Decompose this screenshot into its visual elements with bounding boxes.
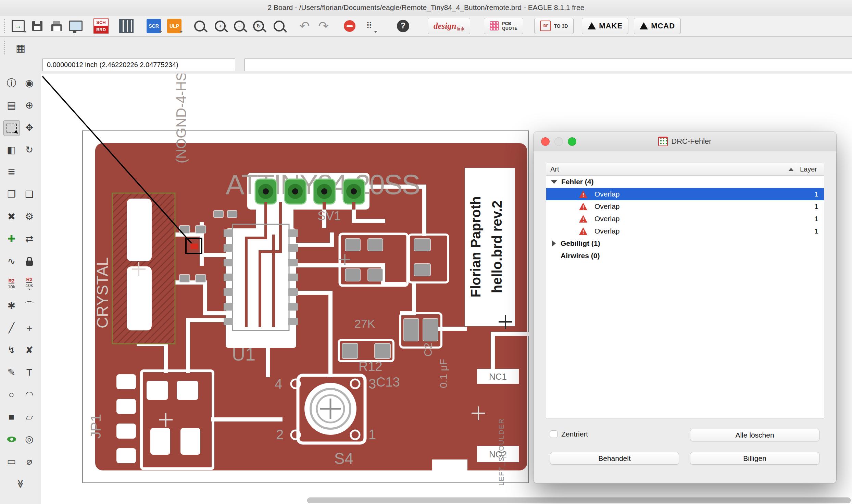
- change-tool[interactable]: ⚙: [22, 209, 37, 224]
- autodesk-logo-icon: [588, 22, 596, 29]
- approve-button[interactable]: Billigen: [690, 452, 819, 465]
- via-tool[interactable]: [4, 432, 20, 447]
- split-tool[interactable]: ╱: [4, 320, 20, 336]
- error-row-overlap-1[interactable]: Overlap 1: [546, 188, 824, 200]
- arc-tool[interactable]: ◠: [22, 387, 37, 402]
- svg-text:U1: U1: [232, 344, 255, 364]
- run-script-button[interactable]: SCR: [144, 17, 163, 35]
- zoom-in-button[interactable]: +: [211, 17, 230, 35]
- image-export-button[interactable]: [66, 17, 85, 35]
- rotate-tool[interactable]: ↻: [22, 142, 37, 158]
- resistor-value-tool[interactable]: R210k: [4, 276, 20, 291]
- parambar-drag-handle[interactable]: [4, 41, 5, 54]
- run-ulp-button[interactable]: ULP: [165, 17, 184, 35]
- resistor-value-dropdown-tool[interactable]: R210k: [22, 276, 37, 291]
- smash-tool[interactable]: ✱: [4, 298, 20, 313]
- drill-tool[interactable]: ⌀: [22, 454, 37, 469]
- ratsnest-tool[interactable]: ∿: [4, 254, 20, 269]
- zoom-fit-icon: [194, 21, 205, 32]
- grid-icon: ▦: [16, 42, 25, 54]
- ripup-tool[interactable]: ✘: [22, 343, 37, 358]
- circle-tool[interactable]: ○: [4, 387, 20, 402]
- zoom-select-button[interactable]: [270, 17, 289, 35]
- copy-tool[interactable]: ❐: [4, 187, 20, 202]
- mirror-tool[interactable]: ◧: [4, 142, 20, 158]
- replace-tool[interactable]: ⇄: [22, 231, 37, 247]
- more-options-button[interactable]: ⠿: [359, 17, 378, 35]
- drc-titlebar[interactable]: DRC-Fehler: [534, 131, 836, 151]
- zoom-window-button[interactable]: [568, 137, 576, 146]
- command-line-input[interactable]: [249, 59, 852, 71]
- align-tool[interactable]: ≣: [4, 165, 20, 180]
- collapse-tools-button[interactable]: ≫: [13, 476, 28, 491]
- chevron-down-icon: [28, 289, 31, 290]
- command-line[interactable]: [245, 59, 852, 71]
- error-row-overlap-4[interactable]: Overlap 1: [546, 225, 824, 237]
- wire-tool[interactable]: ✎: [4, 365, 20, 380]
- zentriert-checkbox[interactable]: Zentriert: [550, 430, 588, 438]
- error-row-overlap-3[interactable]: Overlap 1: [546, 213, 824, 225]
- save-button[interactable]: [28, 17, 47, 35]
- route-tool[interactable]: ↯: [4, 343, 20, 358]
- stop-button[interactable]: [340, 17, 359, 35]
- close-button[interactable]: [541, 137, 550, 146]
- error-group-airwires[interactable]: Airwires (0): [546, 250, 824, 262]
- sort-ascending-icon[interactable]: [789, 168, 793, 171]
- column-header-art[interactable]: Art: [546, 165, 789, 173]
- display-layers-tool[interactable]: ▤: [4, 98, 20, 113]
- zoom-out-button[interactable]: −: [230, 17, 249, 35]
- pad-corridor: [256, 207, 293, 231]
- error-row-overlap-2[interactable]: Overlap 1: [546, 200, 824, 213]
- chevron-down-icon: [23, 31, 27, 33]
- processed-button[interactable]: Behandelt: [550, 452, 679, 465]
- polygon-tool[interactable]: ▱: [22, 410, 37, 425]
- redo-button[interactable]: ↷: [314, 17, 333, 35]
- mcad-button[interactable]: MCAD: [634, 18, 681, 34]
- design-link-button[interactable]: design link: [428, 18, 470, 34]
- delete-tool[interactable]: ✖: [4, 209, 20, 224]
- help-button[interactable]: ?: [393, 17, 413, 35]
- delete-all-button[interactable]: Alle löschen: [690, 429, 819, 441]
- toolbar-drag-handle[interactable]: [4, 19, 5, 33]
- disclosure-closed-icon[interactable]: [552, 240, 556, 247]
- error-group-fehler[interactable]: Fehler (4): [546, 176, 824, 188]
- disclosure-open-icon[interactable]: [551, 180, 557, 184]
- group-select-tool[interactable]: [3, 120, 20, 136]
- warning-icon: [579, 190, 588, 198]
- help-icon: ?: [397, 20, 409, 32]
- canvas-horizontal-scrollbar[interactable]: [307, 497, 851, 503]
- pad-tool[interactable]: ▭: [4, 454, 20, 469]
- window-titlebar[interactable]: 2 Board - /Users/florian/Documents/eagle…: [0, 0, 852, 15]
- tool-spacer: [22, 165, 37, 180]
- svg-text:S4: S4: [334, 450, 353, 467]
- column-header-layer[interactable]: Layer: [797, 163, 824, 175]
- print-button[interactable]: [47, 17, 66, 35]
- paste-tool[interactable]: ❏: [22, 187, 37, 202]
- info-tool[interactable]: ⓘ: [4, 76, 20, 91]
- error-group-gebilligt[interactable]: Gebilligt (1): [546, 237, 824, 250]
- move-tool[interactable]: ✥: [22, 120, 37, 135]
- add-part-tool[interactable]: ✚: [4, 231, 20, 247]
- grid-button[interactable]: ▦: [13, 40, 28, 55]
- show-tool[interactable]: ◉: [22, 76, 37, 91]
- lock-tool[interactable]: [22, 254, 37, 269]
- window-columns-button[interactable]: [117, 17, 136, 35]
- export-button[interactable]: →: [9, 17, 28, 35]
- text-tool[interactable]: T: [22, 365, 37, 380]
- miter-tool[interactable]: ⌒: [22, 298, 37, 313]
- minimize-button[interactable]: [554, 137, 563, 146]
- optimize-tool[interactable]: ＋: [22, 320, 37, 336]
- pcb-quote-button[interactable]: PCBQUOTE: [484, 18, 523, 34]
- author-label: Florian Paproth hello.brd rev.2: [465, 168, 515, 329]
- zoom-redraw-button[interactable]: ↻: [249, 17, 268, 35]
- zentriert-checkbox-input[interactable]: [550, 430, 557, 438]
- undo-button[interactable]: ↶: [295, 17, 314, 35]
- mark-tool[interactable]: ⊕: [22, 98, 37, 113]
- rect-tool[interactable]: ■: [4, 410, 20, 425]
- idf-to-3d-button[interactable]: IDF TO 3D: [534, 18, 574, 34]
- hole-tool[interactable]: ◎: [22, 432, 37, 447]
- open-schematic-button[interactable]: SCHBRD: [91, 17, 111, 35]
- make-button[interactable]: MAKE: [582, 18, 628, 34]
- parameter-area: ▦ 0.00000012 inch (2.46220226 2.04775234…: [0, 37, 852, 74]
- zoom-fit-button[interactable]: [190, 17, 209, 35]
